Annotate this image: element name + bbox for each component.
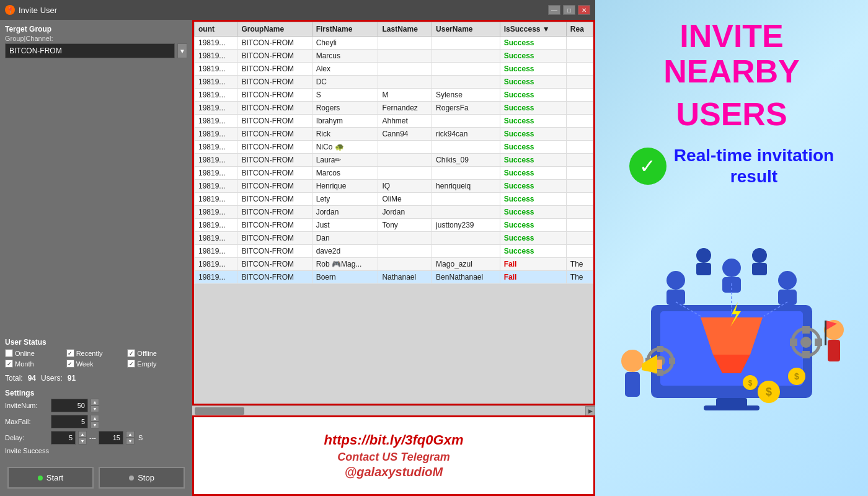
delay-min-spinner: ▲ ▼: [78, 431, 87, 445]
table-row[interactable]: 19819... BITCON-FROM Boern Nathanael Ben…: [195, 271, 593, 284]
delay-min-input[interactable]: [51, 431, 76, 445]
table-row[interactable]: 19819... BITCON-FROM Laura✏ Chikis_09 Su…: [195, 154, 593, 167]
table-row[interactable]: 19819... BITCON-FROM Marcos Success: [195, 167, 593, 180]
table-row[interactable]: 19819... BITCON-FROM Dan Success: [195, 232, 593, 245]
invite-title-line1: INVITE NEARBY: [608, 19, 856, 89]
table-row[interactable]: 19819... BITCON-FROM S M Sylense Success: [195, 89, 593, 102]
delay-label: Delay:: [5, 434, 48, 441]
table-row[interactable]: 19819... BITCON-FROM dave2d Success: [195, 245, 593, 258]
cell-username: [432, 37, 500, 50]
svg-rect-19: [666, 290, 685, 305]
stop-button[interactable]: Stop: [99, 467, 185, 489]
promo-url: https://bit.ly/3fq0Gxm: [324, 432, 464, 448]
close-button[interactable]: ✕: [578, 5, 590, 15]
week-checkbox[interactable]: [66, 360, 74, 368]
cell-last: [378, 50, 432, 63]
target-group-section: Terget Group Group|Channel: BITCON-FROM …: [5, 25, 187, 58]
table-row[interactable]: 19819... BITCON-FROM Lety OliMe Success: [195, 193, 593, 206]
max-fail-up[interactable]: ▲: [91, 415, 99, 422]
delay-max-down[interactable]: ▼: [126, 438, 135, 445]
table-row[interactable]: 19819... BITCON-FROM Rob 🎮Mag... Mago_az…: [195, 258, 593, 271]
table-row[interactable]: 19819... BITCON-FROM Rick Cann94 rick94c…: [195, 128, 593, 141]
cell-username: Sylense: [432, 89, 500, 102]
recently-checkbox[interactable]: [66, 349, 74, 357]
table-row[interactable]: 19819... BITCON-FROM NiCo 🐢 Success: [195, 141, 593, 154]
cell-first: dave2d: [312, 245, 378, 258]
cell-username: BenNathanael: [432, 271, 500, 284]
cell-last: IQ: [378, 180, 432, 193]
scroll-thumb[interactable]: [195, 407, 244, 415]
recently-checkbox-item[interactable]: Recently: [66, 349, 126, 357]
cell-last: OliMe: [378, 193, 432, 206]
cell-count: 19819...: [195, 193, 237, 206]
empty-checkbox-item[interactable]: Empty: [127, 360, 187, 368]
settings-label: Settings: [5, 389, 187, 397]
cell-count: 19819...: [195, 128, 237, 141]
delay-min-down[interactable]: ▼: [78, 438, 87, 445]
total-label: Total:: [5, 374, 23, 383]
minimize-button[interactable]: —: [548, 5, 560, 15]
user-status-section: User Status Online Recently Offline: [5, 338, 187, 368]
recently-label: Recently: [76, 350, 103, 357]
svg-rect-5: [704, 405, 760, 410]
cell-group: BITCON-FROM: [237, 50, 312, 63]
horizontal-scrollbar[interactable]: ▶: [192, 405, 595, 415]
table-row[interactable]: 19819... BITCON-FROM Ibrahym Ahhmet Succ…: [195, 115, 593, 128]
table-row[interactable]: 19819... BITCON-FROM Henrique IQ henriqu…: [195, 180, 593, 193]
delay-max-input[interactable]: [99, 431, 123, 445]
invite-num-input[interactable]: [51, 399, 88, 412]
cell-first: Rogers: [312, 102, 378, 115]
cell-username: [432, 63, 500, 76]
table-wrapper[interactable]: ount GroupName FirstName LastName UserNa…: [192, 20, 595, 405]
invite-num-down[interactable]: ▼: [91, 405, 99, 412]
cell-last: [378, 76, 432, 89]
invite-num-spinner: ▲ ▼: [91, 399, 99, 412]
cell-username: Mago_azul: [432, 258, 500, 271]
svg-rect-27: [752, 263, 767, 275]
table-row[interactable]: 19819... BITCON-FROM Alex Success: [195, 63, 593, 76]
empty-checkbox[interactable]: [127, 360, 135, 368]
dropdown-arrow[interactable]: ▼: [177, 43, 187, 58]
cell-count: 19819...: [195, 271, 237, 284]
invite-num-up[interactable]: ▲: [91, 399, 99, 405]
offline-checkbox-item[interactable]: Offline: [127, 349, 187, 357]
delay-max-up[interactable]: ▲: [126, 431, 135, 438]
cell-group: BITCON-FROM: [237, 271, 312, 284]
max-fail-down[interactable]: ▼: [91, 422, 99, 428]
start-button[interactable]: Start: [7, 467, 94, 489]
invite-num-row: InviteNum: ▲ ▼: [5, 399, 187, 412]
maximize-button[interactable]: □: [563, 5, 575, 15]
table-row[interactable]: 19819... BITCON-FROM Rogers Fernandez Ro…: [195, 102, 593, 115]
promo-contact: Contact US Telegram: [324, 451, 464, 464]
cell-count: 19819...: [195, 102, 237, 115]
offline-checkbox[interactable]: [127, 349, 135, 357]
online-checkbox-item[interactable]: Online: [5, 349, 65, 357]
cell-success: Fail: [500, 271, 566, 284]
cell-success: Success: [500, 89, 566, 102]
cell-reason: [566, 141, 593, 154]
table-row[interactable]: 19819... BITCON-FROM Marcus Success: [195, 50, 593, 63]
invite-num-label: InviteNum:: [5, 402, 48, 409]
cell-success: Success: [500, 37, 566, 50]
user-status-label: User Status: [5, 338, 187, 347]
online-checkbox[interactable]: [5, 349, 13, 357]
table-row[interactable]: 19819... BITCON-FROM Jordan Jordan Succe…: [195, 206, 593, 219]
table-row[interactable]: 19819... BITCON-FROM Cheyli Success: [195, 37, 593, 50]
delay-min-up[interactable]: ▲: [78, 431, 87, 438]
max-fail-input[interactable]: [51, 415, 88, 428]
table-header-row: ount GroupName FirstName LastName UserNa…: [195, 22, 593, 37]
table-row[interactable]: 19819... BITCON-FROM Just Tony justtony2…: [195, 219, 593, 232]
scroll-right-arrow[interactable]: ▶: [585, 406, 595, 416]
month-checkbox-item[interactable]: Month: [5, 360, 65, 368]
cell-count: 19819...: [195, 245, 237, 258]
table-row[interactable]: 19819... BITCON-FROM DC Success: [195, 76, 593, 89]
cell-last: Fernandez: [378, 102, 432, 115]
totals-row: Total: 94 Users: 91: [5, 371, 187, 385]
week-checkbox-item[interactable]: Week: [66, 360, 126, 368]
group-dropdown[interactable]: BITCON-FROM: [5, 43, 175, 58]
cell-success: Success: [500, 245, 566, 258]
cell-success: Success: [500, 167, 566, 180]
start-dot: [38, 476, 43, 480]
month-checkbox[interactable]: [5, 360, 13, 368]
start-label: Start: [46, 473, 63, 482]
